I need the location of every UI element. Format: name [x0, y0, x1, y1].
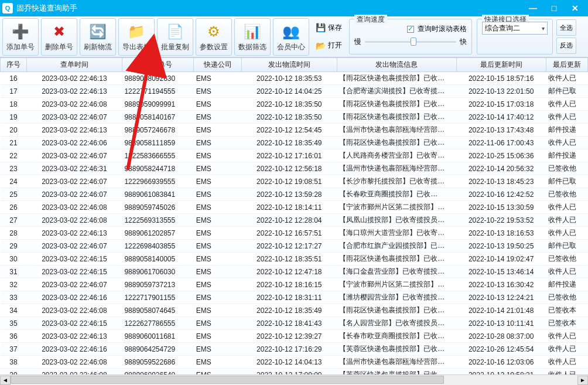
table-row[interactable]: 302023-03-02 22:46:159889058140005EMS202…: [1, 253, 588, 265]
column-header-seq[interactable]: 序号: [1, 58, 27, 72]
table-row[interactable]: 322023-03-02 22:46:079889059737213EMS202…: [1, 278, 588, 291]
cell-status: 收件人已: [546, 214, 587, 227]
cell-status: 邮件已取: [546, 175, 587, 188]
grid-header-row: 序号查单时间快递单号快递公司发出物流时间发出物流信息最后更新时间最后更新: [1, 58, 588, 72]
column-header-out_info[interactable]: 发出物流信息: [337, 58, 456, 72]
column-header-status[interactable]: 最后更新: [546, 58, 587, 72]
scroll-thumb[interactable]: [11, 376, 444, 384]
table-row[interactable]: 262023-03-02 22:46:089889059745026EMS202…: [1, 201, 588, 214]
table-row[interactable]: 212023-03-02 22:46:069889058111859EMS202…: [1, 137, 588, 149]
column-header-upd_time[interactable]: 最后更新时间: [456, 58, 546, 72]
cell-order_no: 9889057246678: [122, 124, 193, 137]
maximize-button[interactable]: □: [543, 2, 565, 14]
column-header-out_time[interactable]: 发出物流时间: [241, 58, 337, 72]
add-order-button[interactable]: ➕添加单号: [2, 18, 39, 56]
table-row[interactable]: 222023-03-02 22:46:071222583666555EMS202…: [1, 149, 588, 162]
scroll-checkbox[interactable]: [407, 26, 414, 33]
export-button[interactable]: 📁导出表格: [118, 18, 155, 56]
cell-query_time: 2023-03-02 22:46:15: [26, 317, 122, 330]
table-row[interactable]: 182023-03-02 22:46:089889059099991EMS202…: [1, 98, 588, 111]
delete-order-button[interactable]: ✖删除单号: [41, 18, 77, 56]
cell-out_info: 【芙蓉区快递包裹揽投部】已收…: [337, 343, 456, 356]
close-button[interactable]: ✕: [565, 2, 586, 14]
cell-upd_time: 2022-10-13 18:45:23: [456, 175, 546, 188]
select-all-button[interactable]: 全选: [556, 19, 576, 36]
cell-seq: 23: [1, 162, 27, 175]
refresh-button[interactable]: 🔄刷新物流: [80, 18, 116, 56]
table-row[interactable]: 242023-03-02 22:46:071222966939555EMS202…: [1, 175, 588, 188]
cell-out_time: 2022-10-12 16:57:51: [241, 227, 337, 240]
cell-order_no: 9889058140167: [122, 111, 193, 124]
table-row[interactable]: 292023-03-02 22:46:071222698403855EMS202…: [1, 240, 588, 253]
cell-order_no: 9889058140005: [122, 253, 193, 265]
table-row[interactable]: 252023-03-02 22:46:079889061083841EMS202…: [1, 188, 588, 201]
open-button[interactable]: 📂 打开: [313, 38, 344, 54]
table-row[interactable]: 342023-03-02 22:46:089889058074645EMS202…: [1, 304, 588, 317]
table-row[interactable]: 202023-03-02 22:46:139889057246678EMS202…: [1, 124, 588, 137]
cell-query_time: 2023-03-02 22:46:13: [26, 227, 122, 240]
table-row[interactable]: 392023-03-02 22:46:089889060926540EMS202…: [1, 369, 588, 375]
refresh-icon: 🔄: [88, 22, 107, 41]
scroll-right-button[interactable]: ►: [577, 376, 588, 385]
table-row[interactable]: 192023-03-02 22:46:079889058140167EMS202…: [1, 111, 588, 124]
table-row[interactable]: 172023-03-02 22:46:131222771194555EMS202…: [1, 85, 588, 98]
cell-out_time: 2022-10-12 17:16:01: [241, 149, 337, 162]
settings-button[interactable]: ⚙参数设置: [196, 18, 232, 56]
interface-select[interactable]: 综合查询二 ▾: [482, 22, 548, 35]
cell-status: 收件人已: [546, 111, 587, 124]
cell-order_no: 9889058074645: [122, 304, 193, 317]
cell-company: EMS: [194, 240, 242, 253]
column-header-query_time[interactable]: 查单时间: [26, 58, 122, 72]
cell-seq: 39: [1, 369, 27, 375]
app-title: 固乔快递查询助手: [16, 3, 522, 13]
data-grid[interactable]: 序号查单时间快递单号快递公司发出物流时间发出物流信息最后更新时间最后更新 162…: [0, 57, 588, 374]
cell-out_info: 【芙蓉区快递包裹揽投部】已收…: [337, 369, 456, 375]
cell-out_info: 【雨花区快递包裹揽投部】已收…: [337, 72, 456, 85]
table-row[interactable]: 372023-03-02 22:46:169889064254729EMS202…: [1, 343, 588, 356]
cell-seq: 36: [1, 330, 27, 343]
export-label: 导出表格: [122, 42, 151, 52]
cell-upd_time: 2022-10-15 18:57:16: [456, 72, 546, 85]
cell-seq: 16: [1, 72, 27, 85]
cell-query_time: 2023-03-02 22:46:07: [26, 111, 122, 124]
column-header-order_no[interactable]: 快递单号: [122, 58, 193, 72]
filter-button[interactable]: 📊数据筛选: [234, 18, 271, 56]
table-row[interactable]: 382023-03-02 22:46:089889059522686EMS202…: [1, 356, 588, 369]
cell-company: EMS: [194, 291, 242, 304]
cell-company: EMS: [194, 330, 242, 343]
speed-slider[interactable]: [365, 36, 456, 47]
table-row[interactable]: 162023-03-02 22:46:139889058092630EMS202…: [1, 72, 588, 85]
scroll-track[interactable]: [11, 376, 577, 385]
delete-order-icon: ✖: [50, 22, 69, 41]
cell-upd_time: 2022-10-14 19:02:47: [456, 253, 546, 265]
cell-seq: 18: [1, 98, 27, 111]
member-button[interactable]: 👥会员中心: [273, 18, 309, 56]
cell-company: EMS: [194, 369, 242, 375]
table-row[interactable]: 312023-03-02 22:46:159889061706030EMS202…: [1, 265, 588, 278]
cell-seq: 22: [1, 149, 27, 162]
cell-company: EMS: [194, 72, 242, 85]
table-row[interactable]: 272023-03-02 22:46:081222569313555EMS202…: [1, 214, 588, 227]
selection-buttons: 全选 反选: [555, 18, 577, 56]
horizontal-scrollbar[interactable]: ◄ ►: [0, 374, 588, 385]
cell-order_no: 9889059522686: [122, 356, 193, 369]
cell-order_no: 9889061706030: [122, 265, 193, 278]
cell-upd_time: 2022-10-13 19:50:25: [456, 240, 546, 253]
column-header-company[interactable]: 快递公司: [194, 58, 242, 72]
cell-status: 已签收他: [546, 162, 587, 175]
minimize-button[interactable]: —: [522, 2, 543, 14]
cell-status: 收件人已: [546, 343, 587, 356]
cell-out_time: 2022-10-12 18:16:15: [241, 278, 337, 291]
table-row[interactable]: 362023-03-02 22:46:139889060011681EMS202…: [1, 330, 588, 343]
table-row[interactable]: 332023-03-02 22:46:161222717901155EMS202…: [1, 291, 588, 304]
table-row[interactable]: 232023-03-02 22:46:319889058244718EMS202…: [1, 162, 588, 175]
scroll-left-button[interactable]: ◄: [0, 376, 11, 385]
batch-copy-button[interactable]: 📄批量复制: [157, 18, 193, 56]
invert-select-button[interactable]: 反选: [556, 38, 576, 54]
cell-out_info: 【合肥寄递滨湖揽投】已收寄揽…: [337, 85, 456, 98]
table-row[interactable]: 282023-03-02 22:46:139889061202857EMS202…: [1, 227, 588, 240]
table-row[interactable]: 352023-03-02 22:46:151222627786555EMS202…: [1, 317, 588, 330]
cell-out_info: 【凤凰山揽投部】已收寄揽投员…: [337, 214, 456, 227]
save-button[interactable]: 💾 保存: [313, 19, 344, 36]
cell-order_no: 9889059745026: [122, 201, 193, 214]
